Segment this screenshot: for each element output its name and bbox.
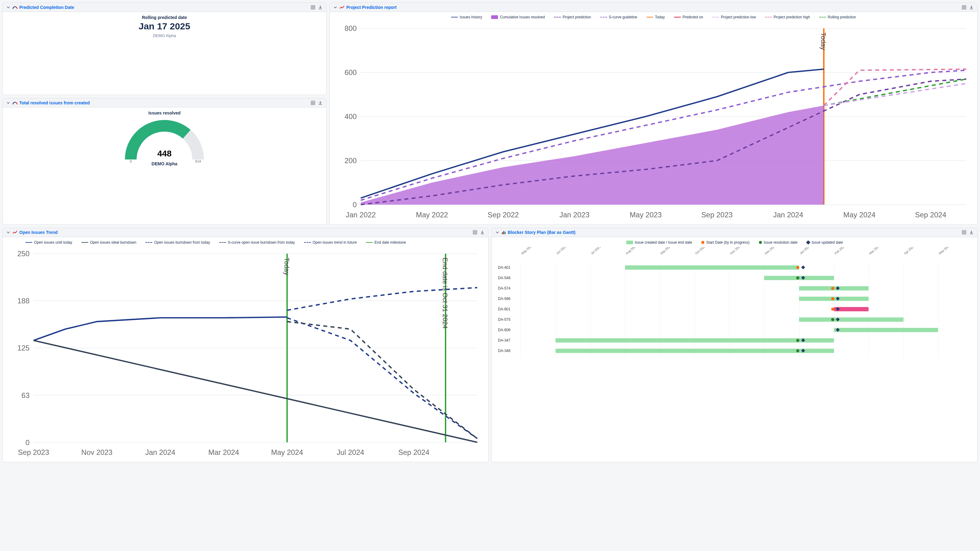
gantt-tick: Oct 2023 <box>695 247 706 255</box>
legend-gantt: Issue created date / Issue end dateStart… <box>496 240 973 245</box>
gantt-row[interactable]: DA-347 <box>496 335 973 346</box>
gantt-row-label: DA-601 <box>496 307 520 311</box>
gantt-row[interactable]: DA-548 <box>496 273 973 283</box>
panel-title[interactable]: Total resolved issues from created <box>19 100 90 105</box>
table-view-icon[interactable] <box>961 5 967 10</box>
legend-item[interactable]: End date milestone <box>366 240 406 245</box>
legend-item-label: Start Date (by In progress) <box>706 240 749 245</box>
svg-rect-61 <box>505 232 506 234</box>
project-prediction-chart[interactable]: 0200400600800Jan 2022May 2022Sep 2022Jan… <box>334 22 973 221</box>
download-icon[interactable] <box>969 230 974 235</box>
gantt-bar[interactable] <box>834 328 939 332</box>
table-view-icon[interactable] <box>310 100 316 106</box>
legend-item-label: Rolling prediction <box>828 15 856 19</box>
gantt-row[interactable]: DA-608 <box>496 325 973 335</box>
legend-item[interactable]: S-curve open issue burndown from today <box>219 240 295 245</box>
legend-item-label: Issue resolution date <box>764 240 798 245</box>
legend-item[interactable]: Rolling prediction <box>819 15 856 19</box>
legend-item-label: S-curve open issue burndown from today <box>228 240 295 245</box>
legend-item[interactable]: Start Date (by In progress) <box>701 240 749 245</box>
table-view-icon[interactable] <box>310 5 316 10</box>
legend-item-label: Today <box>655 15 665 19</box>
legend-item[interactable]: Open issues ideal burndown <box>81 240 136 245</box>
gauge-body: Issues resolved 448 0 614 DEMO Alpha <box>3 108 326 224</box>
svg-text:Sep 2023: Sep 2023 <box>701 211 733 219</box>
collapse-icon[interactable] <box>495 230 500 235</box>
legend-item[interactable]: Open issues burndown from today <box>145 240 210 245</box>
gantt-tick: Nov 2023 <box>730 247 742 255</box>
panel-project-prediction: Project Prediction report Issues history… <box>329 2 978 225</box>
gantt-tick: May 2024 <box>938 247 951 255</box>
download-icon[interactable] <box>480 230 485 235</box>
legend-item[interactable]: Project prediction high <box>765 15 810 19</box>
gauge-half-icon <box>13 5 18 9</box>
download-icon[interactable] <box>318 100 323 106</box>
gauge-value: 448 <box>158 149 172 158</box>
panel-predicted-completion: Predicted Completion Date Rolling predic… <box>2 2 326 95</box>
svg-rect-60 <box>503 231 504 234</box>
collapse-icon[interactable] <box>6 230 11 235</box>
gantt-row[interactable]: DA-601 <box>496 304 973 314</box>
gantt-bar[interactable] <box>555 338 834 343</box>
legend-item-label: Open issues until today <box>34 240 72 245</box>
gantt-row-label: DA-596 <box>496 297 520 301</box>
collapse-icon[interactable] <box>6 100 11 105</box>
legend-item-label: Project prediction <box>563 15 591 19</box>
gantt-row[interactable]: DA-401 <box>496 262 973 273</box>
panel-title[interactable]: Open Issues Trend <box>19 230 57 235</box>
legend-item[interactable]: Open issues trend in future <box>304 240 357 245</box>
gantt-row[interactable]: DA-596 <box>496 294 973 304</box>
legend-item[interactable]: Open issues until today <box>25 240 72 245</box>
legend-item[interactable]: Project prediction low <box>712 15 756 19</box>
svg-text:Today: Today <box>283 257 291 275</box>
svg-text:Mar 2024: Mar 2024 <box>208 448 239 456</box>
legend-item-label: Issue updated date <box>811 240 843 245</box>
panel-title[interactable]: Blocker Story Plan (Bar as Gantt) <box>508 230 576 235</box>
kpi-label: Rolling predicted date <box>7 15 322 20</box>
svg-text:63: 63 <box>21 391 29 399</box>
legend-item[interactable]: Issues history <box>451 15 482 19</box>
svg-text:End date is Oct 31 2024: End date is Oct 31 2024 <box>441 257 449 329</box>
legend-item[interactable]: Issue resolution date <box>759 240 798 245</box>
gantt-bar[interactable] <box>555 349 834 353</box>
open-issues-chart[interactable]: 063125188250Sep 2023Nov 2023Jan 2024Mar … <box>7 247 484 459</box>
download-icon[interactable] <box>318 5 323 10</box>
kpi-sub: DEMO Alpha <box>7 33 322 38</box>
svg-text:400: 400 <box>345 112 357 121</box>
gantt-bar[interactable] <box>799 318 904 322</box>
panel-header: Total resolved issues from created <box>3 98 326 108</box>
gantt-row[interactable]: DA-575 <box>496 314 973 325</box>
gantt-chart[interactable]: May 2023Jun 2023Jul 2023Aug 2023Sep 2023… <box>496 247 973 357</box>
gantt-tick: Mar 2024 <box>869 247 880 255</box>
line-chart-icon <box>13 230 18 235</box>
svg-text:Sep 2022: Sep 2022 <box>488 211 519 219</box>
gantt-row[interactable]: DA-574 <box>496 283 973 294</box>
svg-text:200: 200 <box>345 156 357 165</box>
legend-item[interactable]: Today <box>646 15 665 19</box>
download-icon[interactable] <box>969 5 974 10</box>
table-view-icon[interactable] <box>961 230 967 235</box>
gantt-tick: Dec 2023 <box>764 247 776 255</box>
svg-text:May 2022: May 2022 <box>416 211 448 219</box>
table-view-icon[interactable] <box>472 230 478 235</box>
legend-item[interactable]: Project prediction <box>554 15 591 19</box>
legend-item[interactable]: S-curve guideline <box>600 15 637 19</box>
gauge-max: 614 <box>196 159 201 162</box>
gantt-bar[interactable] <box>625 265 799 270</box>
legend-item[interactable]: Cumulative Issues resolved <box>491 15 545 19</box>
panel-resolved-issues: Total resolved issues from created Issue… <box>2 98 326 224</box>
panel-header: Open Issues Trend <box>3 228 488 237</box>
legend-item[interactable]: Issue created date / Issue end date <box>626 240 692 245</box>
collapse-icon[interactable] <box>333 5 338 10</box>
collapse-icon[interactable] <box>6 5 11 10</box>
panel-title[interactable]: Predicted Completion Date <box>19 5 74 10</box>
gantt-row[interactable]: DA-348 <box>496 346 973 356</box>
legend-item[interactable]: Predicted on <box>674 15 703 19</box>
gauge-min: 0 <box>130 159 132 162</box>
svg-text:Jul 2024: Jul 2024 <box>337 448 364 456</box>
svg-text:125: 125 <box>18 344 30 352</box>
legend-item[interactable]: Issue updated date <box>807 240 843 245</box>
gauge-chart[interactable]: 448 0 614 <box>119 117 210 162</box>
svg-text:Nov 2023: Nov 2023 <box>81 448 113 456</box>
panel-title[interactable]: Project Prediction report <box>346 5 396 10</box>
